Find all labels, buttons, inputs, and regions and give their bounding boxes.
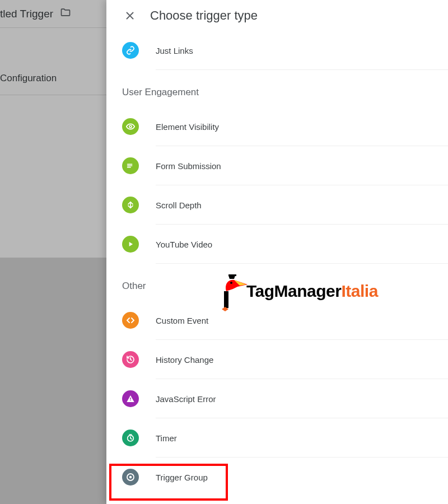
- trigger-label: YouTube Video: [156, 240, 212, 249]
- background-lower-area: [0, 258, 106, 504]
- trigger-type-panel: Choose trigger type Just Links User Enga…: [106, 0, 448, 504]
- close-icon: [124, 10, 136, 22]
- panel-header: Choose trigger type: [106, 0, 448, 31]
- trigger-label: JavaScript Error: [156, 394, 216, 404]
- section-user-engagement: User Engagement: [106, 70, 448, 107]
- svg-point-0: [129, 125, 132, 128]
- trigger-type-scroll-depth[interactable]: Scroll Depth: [106, 185, 448, 225]
- trigger-title: tled Trigger: [0, 8, 53, 20]
- panel-body: Just Links User Engagement Element Visib…: [106, 31, 448, 504]
- play-icon: [122, 236, 139, 253]
- warning-icon: [122, 390, 139, 407]
- link-icon: [122, 42, 139, 59]
- trigger-label: Element Visibility: [156, 122, 219, 132]
- trigger-label: Custom Event: [156, 316, 208, 325]
- history-icon: [122, 351, 139, 368]
- form-icon: [122, 157, 139, 174]
- configuration-label: Configuration: [0, 73, 57, 84]
- svg-point-3: [129, 476, 132, 479]
- trigger-label: Trigger Group: [156, 473, 208, 482]
- trigger-label: Just Links: [156, 46, 193, 55]
- code-icon: [122, 312, 139, 329]
- trigger-type-just-links[interactable]: Just Links: [106, 31, 448, 70]
- trigger-label: Timer: [156, 433, 177, 443]
- trigger-type-javascript-error[interactable]: JavaScript Error: [106, 379, 448, 418]
- trigger-type-youtube-video[interactable]: YouTube Video: [106, 225, 448, 264]
- trigger-type-history-change[interactable]: History Change: [106, 340, 448, 379]
- scroll-icon: [122, 197, 139, 213]
- trigger-title-bar: tled Trigger: [0, 0, 106, 28]
- clock-icon: [122, 430, 139, 446]
- trigger-type-element-visibility[interactable]: Element Visibility: [106, 107, 448, 146]
- panel-title: Choose trigger type: [150, 8, 258, 23]
- trigger-type-form-submission[interactable]: Form Submission: [106, 146, 448, 185]
- trigger-label: History Change: [156, 355, 213, 365]
- background-panel: tled Trigger Configuration: [0, 0, 106, 504]
- close-button[interactable]: [122, 8, 138, 24]
- trigger-type-custom-event[interactable]: Custom Event: [106, 301, 448, 340]
- trigger-type-timer[interactable]: Timer: [106, 418, 448, 458]
- trigger-label: Scroll Depth: [156, 200, 202, 210]
- trigger-configuration-section: Configuration: [0, 62, 106, 95]
- folder-icon: [60, 7, 71, 21]
- trigger-label: Form Submission: [156, 161, 221, 171]
- section-other: Other: [106, 264, 448, 301]
- trigger-type-trigger-group[interactable]: Trigger Group: [106, 458, 448, 497]
- eye-icon: [122, 118, 139, 135]
- group-icon: [122, 469, 139, 486]
